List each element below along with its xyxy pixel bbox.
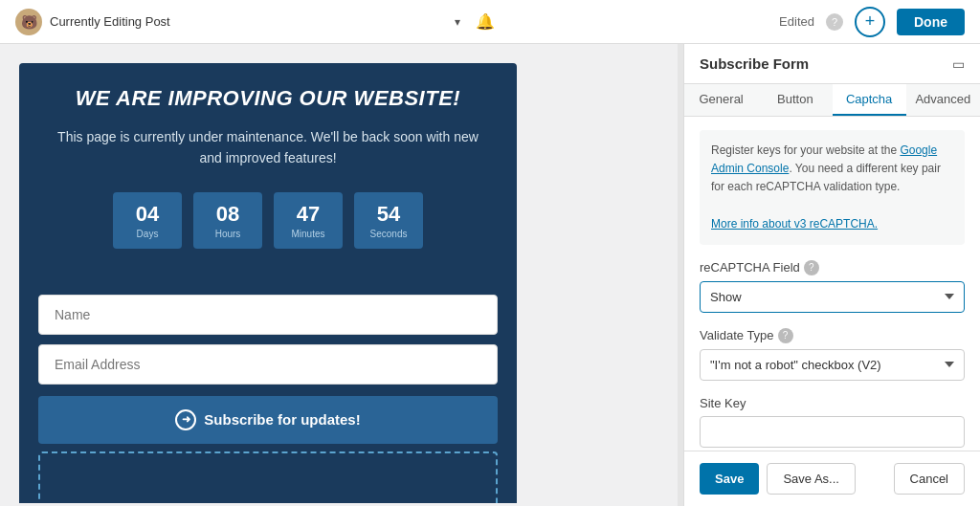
tab-general[interactable]: General <box>684 84 758 116</box>
panel-body: Register keys for your website at the Go… <box>684 117 980 451</box>
recaptcha-field-label: reCAPTCHA Field ? <box>700 260 965 275</box>
recaptcha-info-link[interactable]: More info about v3 reCAPTCHA. <box>711 217 878 231</box>
countdown-label: Minutes <box>289 229 327 239</box>
countdown-label: Days <box>128 229 167 239</box>
site-key-input[interactable] <box>700 416 965 448</box>
canvas-subtitle: This page is currently under maintenance… <box>57 126 479 169</box>
validate-type-label: Validate Type ? <box>700 328 965 343</box>
countdown-value: 47 <box>289 202 327 227</box>
main-area: We Are Improving Our Website! This page … <box>0 44 980 506</box>
countdown-item: 54Seconds <box>354 192 423 249</box>
info-text-prefix: Register keys for your website at the <box>711 143 900 157</box>
validate-type-group: Validate Type ? "I'm not a robot" checkb… <box>700 328 965 381</box>
name-input[interactable] <box>38 295 498 335</box>
countdown-item: 47Minutes <box>274 192 343 249</box>
subscribe-label: Subscribe for updates! <box>204 411 360 428</box>
canvas-form: ➜ Subscribe for updates! <box>19 295 517 444</box>
canvas-title: We Are Improving Our Website! <box>57 86 479 111</box>
tab-button[interactable]: Button <box>758 84 832 116</box>
countdown: 04Days08Hours47Minutes54Seconds <box>57 192 479 249</box>
site-key-group: Site Key <box>700 396 965 448</box>
bell-icon[interactable]: 🔔 <box>476 12 495 31</box>
info-box: Register keys for your website at the Go… <box>700 130 965 245</box>
panel-title: Subscribe Form <box>700 55 809 72</box>
canvas-area: We Are Improving Our Website! This page … <box>0 44 678 506</box>
arrow-icon: ➜ <box>175 409 196 430</box>
topbar-left: 🐻 Currently Editing Post <box>15 9 170 35</box>
edited-label: Edited <box>779 14 814 29</box>
site-icon: 🐻 <box>15 9 42 35</box>
site-key-label: Site Key <box>700 396 965 410</box>
panel-header: Subscribe Form ▭ <box>684 44 980 84</box>
panel-tabs: GeneralButtonCaptchaAdvanced <box>684 84 980 117</box>
done-button[interactable]: Done <box>897 9 965 35</box>
countdown-label: Seconds <box>369 229 408 239</box>
topbar: 🐻 Currently Editing Post ▾ 🔔 Edited ? + … <box>0 0 980 44</box>
tab-captcha[interactable]: Captcha <box>833 84 906 116</box>
validate-type-select[interactable]: "I'm not a robot" checkbox (V2)Invisible… <box>700 349 965 381</box>
topbar-center: ▾ 🔔 <box>455 12 495 31</box>
recaptcha-field-select[interactable]: ShowHide <box>700 281 965 313</box>
cancel-button[interactable]: Cancel <box>894 463 965 495</box>
countdown-value: 54 <box>369 202 408 227</box>
countdown-item: 04Days <box>113 192 182 249</box>
countdown-value: 08 <box>209 202 247 227</box>
subscribe-button[interactable]: ➜ Subscribe for updates! <box>38 396 498 444</box>
save-as-button[interactable]: Save As... <box>767 463 856 495</box>
canvas-frame: We Are Improving Our Website! This page … <box>19 63 517 503</box>
right-panel: Subscribe Form ▭ GeneralButtonCaptchaAdv… <box>683 44 980 506</box>
help-icon[interactable]: ? <box>826 13 843 31</box>
canvas-content: We Are Improving Our Website! This page … <box>19 63 517 295</box>
recaptcha-help-icon[interactable]: ? <box>804 260 819 275</box>
countdown-item: 08Hours <box>193 192 262 249</box>
email-input[interactable] <box>38 344 498 385</box>
countdown-value: 04 <box>128 202 167 227</box>
tab-advanced[interactable]: Advanced <box>906 84 980 116</box>
countdown-label: Hours <box>209 229 247 239</box>
recaptcha-field-group: reCAPTCHA Field ? ShowHide <box>700 260 965 313</box>
site-title: Currently Editing Post <box>50 14 170 29</box>
save-button[interactable]: Save <box>700 463 759 495</box>
dashed-selection-box <box>38 451 498 503</box>
topbar-right: Edited ? + Done <box>779 7 965 37</box>
add-button[interactable]: + <box>855 7 885 37</box>
validate-help-icon[interactable]: ? <box>778 328 793 343</box>
minimize-icon[interactable]: ▭ <box>952 57 965 71</box>
panel-footer: Save Save As... Cancel <box>684 451 980 506</box>
chevron-down-icon[interactable]: ▾ <box>455 15 460 29</box>
